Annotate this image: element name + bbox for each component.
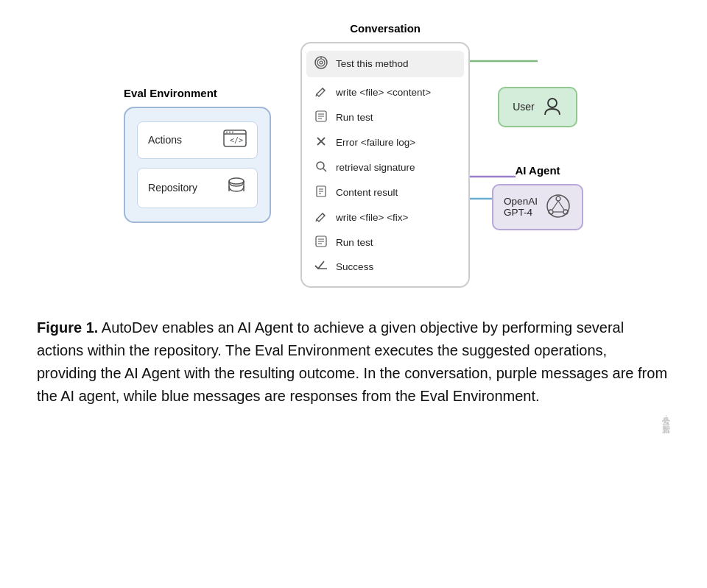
conv-item-run2: Run test	[302, 230, 468, 255]
svg-line-24	[316, 94, 317, 96]
svg-line-32	[323, 169, 326, 171]
conv-text-run2: Run test	[336, 237, 373, 248]
conv-text-test-method: Test this method	[336, 58, 408, 69]
svg-line-38	[316, 219, 317, 222]
svg-point-13	[229, 131, 231, 132]
conv-text-retrieval: retrieval signature	[336, 162, 415, 173]
svg-line-50	[558, 201, 564, 210]
pen-icon-2	[314, 210, 328, 225]
conversation-box: Test this method write <file> <content> …	[300, 42, 470, 288]
svg-line-37	[323, 213, 325, 216]
conv-text-content: Content result	[336, 187, 398, 198]
conv-text-write1: write <file> <content>	[336, 87, 431, 98]
svg-point-31	[317, 162, 324, 169]
conv-text-write2: write <file> <fix>	[336, 212, 408, 223]
figure-label: Figure 1.	[37, 319, 98, 336]
user-label: User	[513, 101, 535, 113]
x-icon	[314, 135, 328, 150]
svg-point-12	[226, 131, 228, 132]
doc-icon	[314, 185, 328, 200]
conv-item-test-method: Test this method	[306, 51, 464, 77]
repository-label: Repository	[148, 182, 197, 194]
network-icon	[545, 193, 571, 222]
svg-point-14	[232, 131, 233, 132]
caption-body: AutoDev enables an AI Agent to achieve a…	[37, 319, 667, 404]
svg-point-44	[548, 99, 557, 107]
ai-agent-title: AI Agent	[492, 164, 583, 177]
list-icon-2	[314, 235, 328, 250]
target-icon	[314, 56, 328, 72]
conv-text-run1: Run test	[336, 112, 373, 123]
svg-text:</>: </>	[230, 136, 243, 144]
search-icon	[314, 160, 328, 175]
user-container: User	[498, 87, 577, 142]
conversation-column: Conversation Test this method write <fil…	[300, 22, 470, 288]
code-icon: </>	[223, 130, 247, 151]
openai-label: OpenAI GPT-4	[504, 196, 538, 218]
eval-box: Actions </> Repository	[124, 107, 271, 223]
conv-item-retrieval: retrieval signature	[302, 155, 468, 180]
caption-section: Figure 1. AutoDev enables an AI Agent to…	[0, 309, 707, 430]
conv-item-run1: Run test	[302, 105, 468, 130]
svg-point-16	[229, 178, 244, 184]
svg-line-23	[323, 88, 325, 91]
database-icon	[226, 176, 247, 200]
diagram-inner: Eval Environment Actions </> Repository	[124, 22, 583, 288]
svg-point-21	[320, 61, 323, 64]
ai-agent-section: User AI Agent OpenAI GPT-4	[492, 79, 583, 230]
conversation-title: Conversation	[350, 22, 421, 35]
pen-icon-1	[314, 85, 328, 100]
eval-item-repository: Repository	[137, 168, 258, 208]
conv-item-content: Content result	[302, 180, 468, 205]
eval-env-title: Eval Environment	[124, 87, 217, 99]
conv-text-success: Success	[336, 261, 373, 272]
conv-item-write1: write <file> <content>	[302, 80, 468, 105]
conv-item-success: Success	[302, 255, 468, 279]
svg-point-46	[556, 196, 560, 201]
svg-point-20	[317, 59, 325, 66]
user-icon	[542, 96, 563, 118]
conv-item-error: Error <failure log>	[302, 130, 468, 155]
openai-box: OpenAI GPT-4	[492, 184, 583, 230]
list-icon-1	[314, 110, 328, 125]
check-icon	[314, 261, 328, 274]
user-box: User	[498, 87, 577, 127]
conv-text-error: Error <failure log>	[336, 137, 415, 148]
eval-environment: Eval Environment Actions </> Repository	[124, 87, 271, 223]
actions-label: Actions	[148, 134, 182, 146]
conv-item-write2: write <file> <fix>	[302, 205, 468, 230]
eval-item-actions: Actions </>	[137, 121, 258, 159]
svg-line-49	[552, 201, 558, 210]
watermark: 公众号：新智元	[661, 411, 672, 419]
caption-text: Figure 1. AutoDev enables an AI Agent to…	[37, 316, 670, 408]
diagram-section: Eval Environment Actions </> Repository	[0, 0, 707, 309]
